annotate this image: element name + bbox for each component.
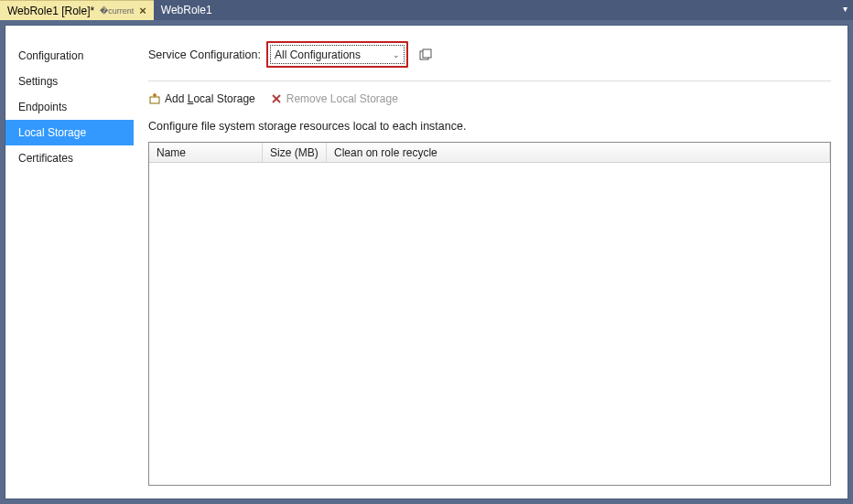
storage-grid: Name Size (MB) Clean on role recycle bbox=[148, 142, 831, 486]
tab-label: WebRole1 [Role]* bbox=[7, 5, 94, 17]
sidebar-label: Certificates bbox=[18, 152, 73, 165]
dropdown-highlight: All Configurations ⌄ bbox=[266, 41, 408, 68]
remove-label: Remove Local Storage bbox=[286, 92, 398, 105]
service-config-label: Service Configuration: bbox=[148, 48, 261, 61]
main-panel: Service Configuration: All Configuration… bbox=[134, 38, 833, 486]
sidebar: Configuration Settings Endpoints Local S… bbox=[5, 38, 134, 486]
sidebar-item-settings[interactable]: Settings bbox=[5, 69, 134, 94]
tab-webrole1[interactable]: WebRole1 bbox=[154, 0, 220, 20]
sidebar-item-certificates[interactable]: Certificates bbox=[5, 145, 134, 171]
remove-icon bbox=[270, 92, 283, 105]
close-icon[interactable]: × bbox=[139, 5, 146, 16]
sidebar-label: Endpoints bbox=[18, 101, 67, 113]
manage-configurations-icon[interactable] bbox=[419, 48, 432, 61]
tab-label: WebRole1 bbox=[161, 4, 212, 16]
tab-webrole1-role[interactable]: WebRole1 [Role]* �current × bbox=[0, 0, 154, 20]
content-area: Configuration Settings Endpoints Local S… bbox=[0, 20, 853, 504]
sidebar-label: Local Storage bbox=[18, 126, 86, 139]
add-icon bbox=[148, 92, 161, 105]
description-text: Configure file system storage resources … bbox=[148, 120, 831, 133]
sidebar-item-local-storage[interactable]: Local Storage bbox=[5, 120, 134, 145]
dropdown-value: All Configurations bbox=[275, 48, 361, 61]
tab-overflow-icon[interactable]: ▾ bbox=[843, 4, 848, 14]
add-local-storage-button[interactable]: Add Local Storage bbox=[148, 92, 255, 105]
service-config-row: Service Configuration: All Configuration… bbox=[148, 41, 831, 68]
remove-local-storage-button: Remove Local Storage bbox=[270, 92, 398, 105]
sidebar-item-configuration[interactable]: Configuration bbox=[5, 43, 134, 69]
tab-strip: WebRole1 [Role]* �current × WebRole1 ▾ bbox=[0, 0, 853, 20]
sidebar-label: Settings bbox=[18, 75, 58, 88]
column-header-clean[interactable]: Clean on role recycle bbox=[327, 143, 830, 162]
divider bbox=[148, 80, 831, 81]
grid-header: Name Size (MB) Clean on role recycle bbox=[149, 143, 830, 163]
chevron-down-icon: ⌄ bbox=[393, 50, 400, 59]
add-label: Add Local Storage bbox=[165, 92, 255, 105]
sidebar-item-endpoints[interactable]: Endpoints bbox=[5, 94, 134, 120]
toolbar: Add Local Storage Remove Local Storage bbox=[148, 92, 831, 105]
service-config-dropdown[interactable]: All Configurations ⌄ bbox=[270, 45, 405, 64]
sidebar-label: Configuration bbox=[18, 49, 83, 62]
column-header-name[interactable]: Name bbox=[149, 143, 263, 162]
pin-icon[interactable]: �current bbox=[100, 6, 134, 16]
grid-body[interactable] bbox=[149, 163, 830, 485]
svg-rect-1 bbox=[423, 49, 431, 58]
column-header-size[interactable]: Size (MB) bbox=[263, 143, 327, 162]
svg-rect-2 bbox=[150, 97, 159, 103]
